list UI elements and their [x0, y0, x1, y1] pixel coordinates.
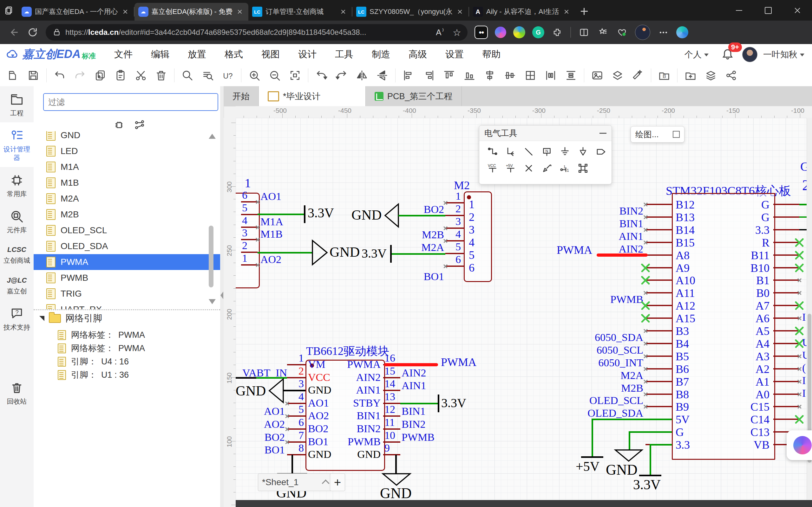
find-filter-icon[interactable]	[200, 68, 215, 83]
extension-dark-icon[interactable]: ●●	[474, 26, 488, 39]
browser-tab-3[interactable]: LCSZYY0805W_（yongyu(永	[352, 3, 468, 20]
tool-no-connect-icon[interactable]	[522, 162, 536, 175]
zoom-in-icon[interactable]	[247, 68, 262, 83]
new-file-icon[interactable]	[6, 68, 20, 83]
align-top-icon[interactable]	[442, 68, 456, 83]
minimize-palette-icon[interactable]	[600, 133, 606, 134]
flip-h-icon[interactable]	[355, 68, 369, 83]
net-pin-row[interactable]: 引脚：U4 : 16	[34, 355, 220, 368]
save-icon[interactable]	[26, 68, 41, 83]
minimize-button[interactable]	[724, 0, 754, 20]
copilot-icon[interactable]	[676, 26, 688, 38]
close-tab-icon[interactable]	[121, 8, 130, 16]
browser-essentials-icon[interactable]	[616, 26, 628, 38]
tool-v5-icon[interactable]: +5V	[504, 162, 518, 175]
read-aloud-icon[interactable]: A	[436, 27, 441, 38]
tool-net-port-icon[interactable]	[594, 145, 608, 158]
net-item-M2B[interactable]: M2B	[34, 207, 220, 222]
close-tab-icon[interactable]	[339, 8, 347, 16]
distribute-v-icon[interactable]	[564, 68, 578, 83]
monica-float-button[interactable]	[786, 430, 812, 460]
grid-icon[interactable]	[523, 68, 538, 83]
rotate-cw-icon[interactable]	[334, 68, 349, 83]
net-item-TRIG[interactable]: TRIG	[34, 286, 220, 302]
flip-v-icon[interactable]	[375, 68, 390, 83]
schematic-canvas[interactable]: 1G26AO154M1A3M1B21AO23.3VGND3.3VGNDM2112…	[236, 118, 812, 507]
split-screen-icon[interactable]	[578, 26, 590, 38]
sort-layers-icon[interactable]	[610, 68, 625, 83]
paste-icon[interactable]	[113, 68, 128, 83]
zoom-out-icon[interactable]	[267, 68, 282, 83]
menu-10[interactable]: 帮助	[482, 48, 501, 61]
net-item-M1B[interactable]: M1B	[34, 175, 220, 191]
tab-schematic[interactable]: *毕业设计	[259, 86, 366, 106]
close-tab-icon[interactable]	[562, 8, 571, 16]
net-item-LED[interactable]: LED	[34, 143, 220, 159]
drawing-tools-palette[interactable]: 绘图...	[630, 126, 684, 143]
menu-4[interactable]: 视图	[261, 48, 280, 61]
sidebar-item-design-manager[interactable]: 设计管理器	[0, 122, 34, 167]
scroll-up-icon[interactable]	[209, 134, 216, 139]
tool-probe-icon[interactable]	[540, 162, 554, 175]
sidebar-item-project[interactable]: 工程	[0, 86, 34, 122]
cut-icon[interactable]	[134, 68, 148, 83]
scroll-down-icon[interactable]	[209, 299, 216, 304]
browser-tab-0[interactable]: ☁国产嘉立创EDA - 一个用心	[18, 3, 134, 20]
net-item-PWMB[interactable]: PWMB	[34, 270, 220, 286]
username[interactable]: 一叶知秋	[763, 49, 798, 60]
align-left-icon[interactable]	[401, 68, 416, 83]
tool-line-icon[interactable]	[522, 145, 536, 158]
browser-tab-4[interactable]: AAily - 从容不迫，AI生活	[469, 3, 575, 20]
new-tab-button[interactable]	[579, 7, 589, 16]
filter-input[interactable]	[43, 93, 218, 111]
tool-net-label-icon[interactable]: N	[540, 145, 554, 158]
tool-bus-icon[interactable]	[504, 145, 518, 158]
close-tab-icon[interactable]	[456, 8, 464, 16]
notification-bell[interactable]: 9+	[721, 48, 734, 61]
align-right-icon[interactable]	[421, 68, 436, 83]
tool-group-icon[interactable]	[576, 162, 590, 175]
extensions-puzzle-icon[interactable]	[551, 26, 563, 38]
net-item-UART_RX[interactable]: UART_RX	[34, 302, 220, 309]
profile-avatar[interactable]	[635, 25, 650, 40]
settings-more-icon[interactable]	[657, 26, 669, 38]
close-button[interactable]	[783, 0, 812, 20]
net-item-OLED_SCL[interactable]: OLED_SCL	[34, 222, 220, 238]
net-item-GND[interactable]: GND	[34, 131, 220, 143]
tool-ground-2-icon[interactable]	[576, 145, 590, 158]
tool-pin-number-icon[interactable]: 11	[558, 162, 572, 175]
rotate-ccw-icon[interactable]	[314, 68, 328, 83]
net-pin-row[interactable]: 网络标签：PWMA	[34, 328, 220, 342]
search-icon[interactable]	[180, 68, 195, 83]
center-h-icon[interactable]	[483, 68, 497, 83]
net-pin-row[interactable]: 引脚：U1 : 36	[34, 368, 220, 382]
component-filter-icon[interactable]	[113, 119, 125, 132]
menu-2[interactable]: 放置	[188, 48, 206, 61]
share-icon[interactable]	[724, 68, 739, 83]
browser-tab-1[interactable]: ☁嘉立创EDA(标准版) - 免费	[135, 3, 248, 20]
tool-ground-icon[interactable]	[558, 145, 572, 158]
image-icon[interactable]	[590, 68, 605, 83]
align-bottom-icon[interactable]	[462, 68, 477, 83]
menu-8[interactable]: 高级	[409, 48, 427, 61]
net-item-M2A[interactable]: M2A	[34, 191, 220, 207]
sidebar-item-lcsc[interactable]: LCSC立创商城	[0, 239, 34, 270]
monica-extension-icon[interactable]	[495, 26, 506, 38]
bom-icon[interactable]: B	[657, 68, 671, 83]
tab-pcb[interactable]: PCB_第三个工程	[366, 86, 462, 106]
favorite-star-icon[interactable]: ☆	[453, 27, 461, 38]
menu-6[interactable]: 工具	[335, 48, 353, 61]
net-pins-header[interactable]: 网络引脚	[34, 312, 220, 325]
collapse-panel-icon[interactable]	[220, 291, 223, 299]
url-field[interactable]: https://lceda.cn/editor#id=3a44c2cb04d74…	[46, 24, 467, 41]
sheet-tab[interactable]: *Sheet_1	[258, 473, 334, 491]
restore-palette-icon[interactable]	[673, 131, 680, 138]
user-avatar[interactable]	[742, 47, 757, 62]
menu-3[interactable]: 格式	[224, 48, 243, 61]
add-sheet-button[interactable]: +	[330, 473, 345, 491]
tool-vcc-icon[interactable]: VCC	[486, 162, 500, 175]
copy-icon[interactable]	[93, 68, 107, 83]
menu-1[interactable]: 编辑	[151, 48, 169, 61]
sidebar-item-recycle[interactable]: 回收站	[0, 375, 34, 411]
canvas-bottom-bar[interactable]	[236, 500, 812, 507]
